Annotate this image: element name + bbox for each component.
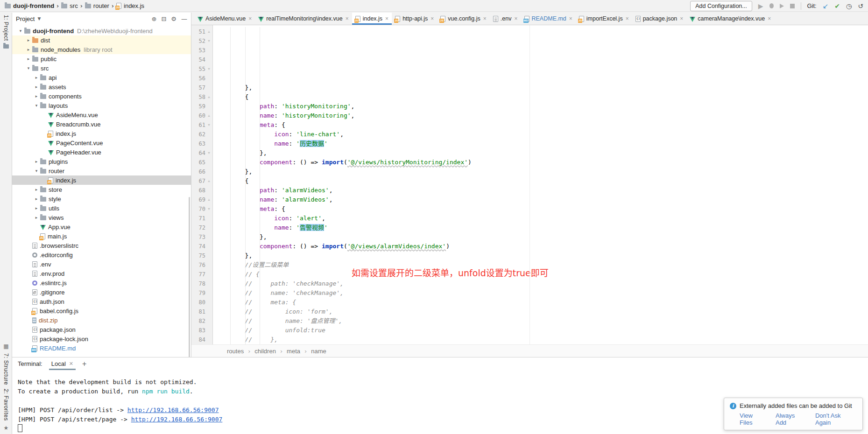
gutter-line[interactable]: 78: [191, 279, 212, 288]
gutter-line[interactable]: 81: [191, 307, 212, 316]
sidebar-item-project[interactable]: 1: Project: [3, 15, 9, 41]
code-line[interactable]: component: () => import('@/views/history…: [216, 158, 868, 167]
editor-tab[interactable]: cameraManage\index.vue×: [686, 13, 774, 25]
gutter-line[interactable]: 71: [191, 214, 212, 223]
tree-item[interactable]: ▸components: [12, 91, 191, 101]
editor-tab[interactable]: AsideMenu.vue×: [194, 13, 255, 25]
notification-action-link[interactable]: View Files: [740, 412, 767, 426]
tree-item[interactable]: auth.json: [12, 297, 191, 306]
terminal-link[interactable]: http://192.168.66.56:9007: [131, 416, 223, 423]
fold-marker-icon[interactable]: ▿: [205, 64, 212, 74]
fold-marker-icon[interactable]: ▵: [205, 27, 212, 36]
gutter-line[interactable]: 60▵: [191, 111, 212, 120]
tab-close-icon[interactable]: ×: [680, 15, 683, 22]
fold-marker-icon[interactable]: ▿: [205, 148, 212, 158]
code-lines[interactable]: 如需设置展开的二级菜单，unfold设置为true即可 }, { path: '…: [213, 25, 868, 344]
chevron-collapsed-icon[interactable]: ▸: [33, 84, 40, 89]
notification-action-link[interactable]: Don't Ask Again: [815, 412, 857, 426]
project-tool-icon[interactable]: [3, 44, 9, 49]
tab-close-icon[interactable]: ×: [768, 15, 771, 22]
tree-item[interactable]: babel.config.js: [12, 306, 191, 315]
fold-marker-icon[interactable]: ▿: [205, 120, 212, 130]
editor-tab[interactable]: package.json×: [632, 13, 687, 25]
gutter-line[interactable]: 54: [191, 55, 212, 64]
chevron-expanded-icon[interactable]: ▾: [17, 28, 24, 33]
breadcrumb-item[interactable]: src: [61, 2, 78, 9]
gutter-line[interactable]: 76: [191, 260, 212, 270]
hide-panel-icon[interactable]: —: [181, 15, 187, 22]
tab-close-icon[interactable]: ×: [483, 15, 487, 22]
editor-tab[interactable]: importExcel.js×: [576, 13, 632, 25]
editor-tab[interactable]: http-api.js×: [392, 13, 437, 25]
tree-item[interactable]: Breadcrumb.vue: [12, 119, 191, 129]
project-panel-title[interactable]: Project: [16, 15, 35, 22]
git-update-icon[interactable]: ↙: [823, 2, 829, 10]
breadcrumb-item[interactable]: duoji-frontend: [5, 2, 54, 9]
chevron-expanded-icon[interactable]: ▾: [25, 66, 32, 70]
code-line[interactable]: meta: {: [216, 204, 868, 214]
chevron-collapsed-icon[interactable]: ▸: [25, 47, 32, 52]
tree-item[interactable]: ▾layouts: [12, 101, 191, 110]
breadcrumb-item[interactable]: children: [254, 348, 276, 355]
editor-tab[interactable]: .env×: [490, 13, 521, 25]
code-line[interactable]: {: [216, 92, 868, 102]
tree-item[interactable]: AsideMenu.vue: [12, 110, 191, 119]
fold-marker-icon[interactable]: ▿: [205, 204, 212, 214]
code-line[interactable]: // name: 'checkManage',: [216, 288, 868, 298]
tree-item[interactable]: .browserslistrc: [12, 241, 191, 250]
add-configuration-button[interactable]: Add Configuration...: [690, 1, 752, 11]
git-commit-icon[interactable]: ✔: [834, 2, 840, 10]
locate-file-icon[interactable]: ⊕: [152, 15, 157, 22]
editor-tab[interactable]: README.md×: [521, 13, 576, 25]
tree-item[interactable]: ▸api: [12, 73, 191, 82]
tree-item[interactable]: ▸utils: [12, 203, 191, 213]
gutter-line[interactable]: 68: [191, 186, 212, 195]
gutter-line[interactable]: 74: [191, 242, 212, 251]
terminal-link[interactable]: http://192.168.66.56:9007: [127, 406, 219, 413]
chevron-collapsed-icon[interactable]: ▸: [33, 206, 40, 210]
tree-item[interactable]: ▾duoji-frontendD:\zheheWeb\duoji-fronten…: [12, 26, 191, 35]
tree-item[interactable]: dist.zip: [12, 315, 191, 325]
tree-item[interactable]: App.vue: [12, 222, 191, 231]
tree-item[interactable]: index.js: [12, 129, 191, 138]
breadcrumb-item[interactable]: index.js: [116, 2, 144, 9]
breadcrumb-item[interactable]: meta: [287, 348, 300, 355]
tree-item[interactable]: ▸public: [12, 54, 191, 63]
code-line[interactable]: icon: 'line-chart',: [216, 130, 868, 139]
editor-tab[interactable]: index.js×: [352, 13, 392, 25]
tree-item[interactable]: main.js: [12, 231, 191, 241]
history-icon[interactable]: ◷: [846, 2, 852, 10]
tree-item[interactable]: ▸style: [12, 194, 191, 203]
tree-item[interactable]: ▸store: [12, 185, 191, 194]
fold-marker-icon[interactable]: ▵: [205, 111, 212, 120]
tree-item[interactable]: .gitignore: [12, 287, 191, 297]
tab-close-icon[interactable]: ×: [514, 15, 517, 22]
chevron-collapsed-icon[interactable]: ▸: [25, 38, 32, 42]
gutter-line[interactable]: 69▵: [191, 195, 212, 204]
gutter-line[interactable]: 75: [191, 251, 212, 260]
chevron-collapsed-icon[interactable]: ▸: [33, 94, 40, 98]
code-line[interactable]: },: [216, 251, 868, 260]
code-line[interactable]: icon: 'alert',: [216, 214, 868, 223]
editor-gutter[interactable]: 51▵52▿535455▿565758▵5960▵61▿626364▿65666…: [191, 25, 213, 344]
tree-item[interactable]: index.js: [12, 175, 191, 185]
tree-item[interactable]: ▸node_moduleslibrary root: [12, 45, 191, 54]
gutter-line[interactable]: 55▿: [191, 64, 212, 74]
code-line[interactable]: {: [216, 176, 868, 186]
chevron-expanded-icon[interactable]: ▾: [33, 168, 40, 173]
tree-item[interactable]: ▾router: [12, 166, 191, 175]
gutter-line[interactable]: 57: [191, 83, 212, 92]
chevron-collapsed-icon[interactable]: ▸: [33, 215, 40, 220]
chevron-collapsed-icon[interactable]: ▸: [33, 187, 40, 192]
gutter-line[interactable]: 66: [191, 167, 212, 176]
fold-marker-icon[interactable]: ▵: [205, 195, 212, 204]
gutter-line[interactable]: 59: [191, 102, 212, 111]
tree-item[interactable]: .env.prod: [12, 269, 191, 278]
gutter-line[interactable]: 56: [191, 74, 212, 83]
gutter-line[interactable]: 52▿: [191, 36, 212, 46]
tab-close-icon[interactable]: ×: [346, 15, 349, 22]
revert-icon[interactable]: ↺: [858, 2, 863, 10]
code-line[interactable]: name: '历史数据': [216, 139, 868, 148]
code-line[interactable]: // path: 'checkManage',: [216, 279, 868, 288]
fold-marker-icon[interactable]: ▿: [205, 36, 212, 46]
